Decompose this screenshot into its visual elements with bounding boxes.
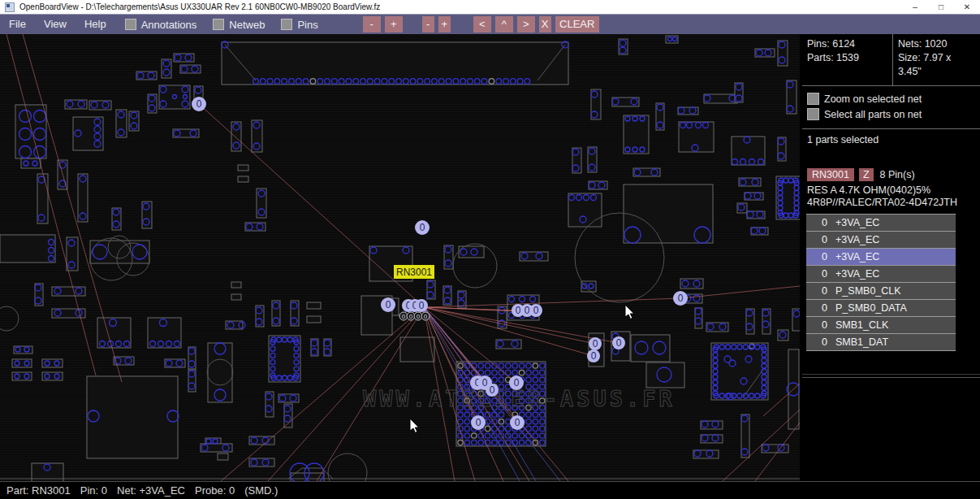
pin-number: 0 [806, 249, 827, 265]
component-outline [328, 453, 367, 481]
zoom-on-net-checkbox[interactable] [807, 93, 819, 105]
part-description-line2: 4R8P//RALEC/RTA02-4D472JTH [802, 197, 980, 209]
toggle-annotations[interactable]: Annotations [125, 19, 204, 31]
options-panel: Zoom on selected net Select all parts on… [802, 86, 980, 129]
pin-label: 0 [515, 417, 520, 428]
pin-row[interactable]: 0SMB1_DAT [806, 334, 956, 351]
component[interactable] [624, 184, 713, 243]
zoom-out-button[interactable]: - [363, 16, 381, 33]
stat-pins: Pins: 6124 [807, 37, 887, 51]
component[interactable] [787, 80, 797, 114]
component[interactable] [631, 335, 670, 362]
component[interactable] [307, 302, 321, 309]
component[interactable] [732, 137, 765, 165]
pin-row[interactable]: 0P_SMB0_CLK [806, 283, 956, 300]
pan-right-button[interactable]: > [517, 16, 535, 33]
part-header: RN3001 Z 8 Pin(s) [807, 168, 975, 181]
component[interactable] [646, 362, 684, 388]
pin-label: 0 [490, 384, 495, 396]
window-controls: – □ ✕ [902, 0, 980, 14]
component[interactable] [208, 343, 232, 402]
component[interactable] [427, 280, 435, 299]
pin-label: 0 [424, 313, 428, 320]
pin-number: 0 [806, 283, 827, 299]
rotate-ccw-button[interactable]: - [422, 16, 434, 33]
toolbar: - + - + < ^ > X CLEAR [359, 15, 599, 34]
pin-row[interactable]: 0+3VA_EC [806, 266, 956, 283]
component[interactable] [238, 165, 248, 171]
pan-left-button[interactable]: < [473, 16, 491, 33]
pin-number: 0 [806, 232, 827, 248]
pin-net-name: P_SMB0_CLK [835, 283, 901, 299]
component[interactable] [87, 376, 178, 458]
component[interactable] [572, 148, 581, 173]
net-line [199, 104, 424, 307]
netweb-checkbox[interactable] [213, 19, 224, 30]
close-button[interactable]: ✕ [954, 0, 980, 14]
status-part: Part: RN3001 [6, 484, 71, 497]
component[interactable] [291, 301, 299, 326]
component[interactable] [711, 343, 768, 400]
component[interactable] [231, 282, 241, 288]
menu-file[interactable]: File [0, 15, 35, 34]
pin-label: 0 [417, 313, 421, 320]
component[interactable] [231, 294, 241, 300]
component[interactable] [148, 318, 181, 348]
maximize-button[interactable]: □ [928, 0, 954, 14]
pin-label: 0 [616, 337, 622, 349]
component[interactable] [256, 306, 264, 327]
part-ref-button[interactable]: RN3001 [807, 168, 854, 181]
component[interactable] [90, 241, 149, 263]
pin-row[interactable]: 0P_SMB0_DATA [806, 300, 956, 317]
zoom-in-button[interactable]: + [385, 16, 403, 33]
option-select-all-parts[interactable]: Select all parts on net [807, 108, 975, 120]
pin-row[interactable]: 0SMB1_CLK [806, 317, 956, 334]
status-smd: (SMD.) [244, 484, 278, 497]
sidebar-separator [802, 374, 980, 378]
pin-number: 0 [806, 215, 827, 231]
component[interactable] [400, 337, 434, 362]
pin-label: 0 [420, 222, 425, 233]
clear-button[interactable]: CLEAR [555, 16, 599, 33]
component[interactable] [97, 318, 131, 348]
pin-number: 0 [806, 300, 827, 316]
annotations-checkbox[interactable] [125, 19, 136, 30]
pins-checkbox[interactable] [281, 19, 292, 30]
pin-row[interactable]: 0+3VA_EC [806, 215, 956, 232]
component[interactable] [266, 392, 274, 417]
component-outline [0, 306, 19, 331]
pin-net-name: +3VA_EC [835, 232, 879, 248]
mirror-button[interactable]: X [539, 16, 551, 33]
stat-size: Size: 7.97 x 3.45" [898, 51, 975, 79]
component[interactable] [159, 85, 190, 109]
component[interactable] [307, 316, 321, 323]
app-window: OpenBoardView - D:\Telechargements\Asus … [0, 0, 980, 499]
menu-view[interactable]: View [35, 15, 76, 34]
component[interactable] [238, 176, 248, 182]
component[interactable] [0, 235, 55, 263]
pin-net-name: P_SMB0_DATA [835, 300, 907, 316]
component[interactable] [222, 42, 568, 85]
part-zoom-button[interactable]: Z [859, 168, 874, 181]
component[interactable] [218, 453, 228, 460]
pin-row[interactable]: 0+3VA_EC [806, 249, 956, 266]
stat-parts: Parts: 1539 [807, 51, 887, 65]
toggle-netweb[interactable]: Netweb [213, 19, 271, 31]
rotate-cw-button[interactable]: + [438, 16, 451, 33]
toggle-pins[interactable]: Pins [281, 19, 324, 31]
pin-row[interactable]: 0+3VA_EC [806, 232, 956, 249]
minimize-button[interactable]: – [902, 0, 928, 14]
pan-up-button[interactable]: ^ [495, 16, 513, 33]
mouse-cursor [625, 305, 634, 319]
pcb-viewport[interactable]: WWW.ATELIER-ASUS.FR000000000000000000000… [0, 34, 800, 481]
pin-label: 0 [476, 417, 481, 428]
option-zoom-on-net[interactable]: Zoom on selected net [807, 93, 975, 105]
menu-help[interactable]: Help [76, 15, 115, 34]
select-all-parts-checkbox[interactable] [807, 108, 819, 120]
stats-panel: Pins: 6124 Parts: 1539 Nets: 1020 Size: … [802, 34, 980, 86]
component[interactable] [591, 89, 601, 119]
pcb-canvas[interactable]: WWW.ATELIER-ASUS.FR000000000000000000000… [0, 34, 800, 481]
pin-label: 0 [196, 98, 202, 110]
pin-label: 0 [525, 305, 530, 316]
app-icon [5, 2, 15, 12]
